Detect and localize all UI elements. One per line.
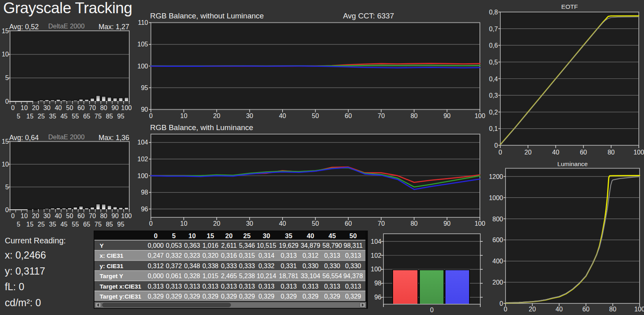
svg-text:Target x:CIE31: Target x:CIE31	[100, 283, 141, 290]
svg-text:0,329: 0,329	[166, 293, 182, 300]
svg-text:0,313: 0,313	[184, 283, 200, 290]
svg-text:40: 40	[307, 232, 314, 239]
svg-text:5,238: 5,238	[239, 273, 255, 279]
svg-text:800: 800	[492, 216, 503, 223]
svg-text:0,313: 0,313	[281, 283, 297, 290]
svg-text:60: 60	[345, 220, 352, 227]
svg-text:10: 10	[180, 220, 187, 227]
svg-text:0,313: 0,313	[345, 283, 361, 290]
svg-text:15: 15	[26, 221, 34, 228]
svg-text:Target y:CIE31: Target y:CIE31	[100, 293, 141, 300]
svg-text:50: 50	[312, 220, 319, 227]
svg-text:0,053: 0,053	[166, 242, 182, 249]
svg-text:90: 90	[443, 112, 451, 119]
svg-text:10,214: 10,214	[257, 273, 276, 279]
svg-text:2,611: 2,611	[221, 242, 237, 249]
svg-text:EOTF: EOTF	[561, 3, 578, 10]
svg-text:100: 100	[475, 112, 486, 119]
svg-text:100: 100	[371, 266, 381, 273]
svg-text:90: 90	[112, 104, 119, 111]
svg-text:0,313: 0,313	[166, 283, 182, 290]
svg-text:58,790: 58,790	[323, 242, 342, 249]
svg-text:0,330: 0,330	[324, 263, 340, 269]
svg-text:10: 10	[2, 161, 9, 168]
svg-text:40: 40	[279, 112, 286, 119]
svg-text:0,329: 0,329	[303, 293, 319, 300]
svg-text:100: 100	[121, 104, 132, 111]
svg-text:0,372: 0,372	[166, 263, 182, 269]
svg-text:0: 0	[430, 307, 434, 313]
svg-text:30: 30	[43, 213, 50, 219]
svg-text:0,320: 0,320	[203, 252, 219, 259]
svg-text:0,313: 0,313	[148, 283, 164, 290]
svg-text:20: 20	[213, 220, 221, 227]
svg-text:50: 50	[312, 112, 319, 119]
svg-text:80: 80	[100, 104, 107, 111]
svg-text:cd/m²: 0: cd/m²: 0	[5, 297, 41, 308]
svg-text:0: 0	[504, 306, 508, 313]
svg-text:20: 20	[213, 112, 221, 119]
svg-text:0,333: 0,333	[239, 263, 255, 269]
svg-text:102: 102	[371, 252, 381, 259]
svg-text:70: 70	[89, 104, 96, 111]
svg-text:100: 100	[634, 149, 644, 156]
svg-text:20: 20	[524, 149, 532, 156]
svg-text:0,329: 0,329	[221, 293, 237, 300]
svg-text:100: 100	[121, 213, 132, 219]
svg-text:0,329: 0,329	[281, 293, 297, 300]
svg-text:40: 40	[279, 220, 286, 227]
svg-text:0,4: 0,4	[489, 76, 498, 82]
svg-text:y: 0,3117: y: 0,3117	[5, 265, 45, 277]
svg-text:60: 60	[345, 112, 352, 119]
svg-text:40: 40	[556, 306, 563, 313]
svg-text:0,247: 0,247	[148, 252, 164, 259]
svg-text:0,313: 0,313	[303, 283, 319, 290]
svg-text:0,330: 0,330	[345, 263, 361, 269]
svg-text:0,331: 0,331	[281, 263, 297, 269]
svg-text:80: 80	[609, 306, 616, 313]
svg-text:0: 0	[149, 112, 153, 119]
svg-text:65: 65	[83, 221, 90, 228]
svg-text:Current Reading:: Current Reading:	[5, 236, 66, 245]
svg-text:0: 0	[500, 300, 503, 307]
svg-text:10,515: 10,515	[257, 242, 276, 249]
svg-text:85: 85	[106, 113, 113, 120]
svg-text:DeltaE 2000: DeltaE 2000	[48, 133, 85, 140]
svg-text:30: 30	[43, 104, 50, 111]
svg-text:0,328: 0,328	[184, 273, 200, 279]
svg-text:20: 20	[32, 213, 39, 219]
svg-text:Avg CCT: 6337: Avg CCT: 6337	[343, 12, 394, 20]
svg-text:80: 80	[411, 112, 418, 119]
svg-text:45: 45	[60, 113, 68, 120]
svg-text:0,313: 0,313	[203, 283, 219, 290]
svg-text:Y: Y	[100, 242, 104, 249]
svg-text:0,7: 0,7	[489, 26, 498, 32]
svg-text:0,315: 0,315	[239, 252, 255, 259]
svg-text:10: 10	[180, 112, 187, 119]
svg-text:90: 90	[443, 220, 451, 227]
svg-text:0,313: 0,313	[324, 283, 340, 290]
svg-text:0,313: 0,313	[345, 252, 361, 259]
svg-text:Max: 1,27: Max: 1,27	[98, 23, 129, 31]
svg-text:5: 5	[17, 113, 20, 120]
svg-text:5,346: 5,346	[239, 242, 255, 249]
svg-text:1200: 1200	[489, 173, 503, 180]
svg-text:19,629: 19,629	[279, 242, 299, 249]
svg-text:85: 85	[106, 221, 113, 228]
svg-text:DeltaE 2000: DeltaE 2000	[48, 22, 85, 30]
svg-text:50: 50	[66, 213, 73, 219]
svg-text:10: 10	[189, 232, 196, 239]
svg-text:10: 10	[21, 104, 28, 111]
svg-text:110: 110	[138, 19, 148, 26]
svg-text:1,016: 1,016	[203, 242, 219, 249]
svg-text:25: 25	[38, 221, 45, 228]
svg-text:0,313: 0,313	[259, 283, 275, 290]
svg-text:95: 95	[141, 84, 148, 91]
svg-text:20: 20	[529, 306, 536, 313]
svg-text:RGB Balance, without Luminance: RGB Balance, without Luminance	[150, 12, 264, 20]
svg-text:40: 40	[55, 213, 62, 219]
svg-text:0,000: 0,000	[148, 273, 164, 279]
svg-text:98,311: 98,311	[343, 242, 363, 249]
svg-text:Target Y: Target Y	[100, 273, 123, 279]
svg-text:0,329: 0,329	[148, 293, 164, 300]
